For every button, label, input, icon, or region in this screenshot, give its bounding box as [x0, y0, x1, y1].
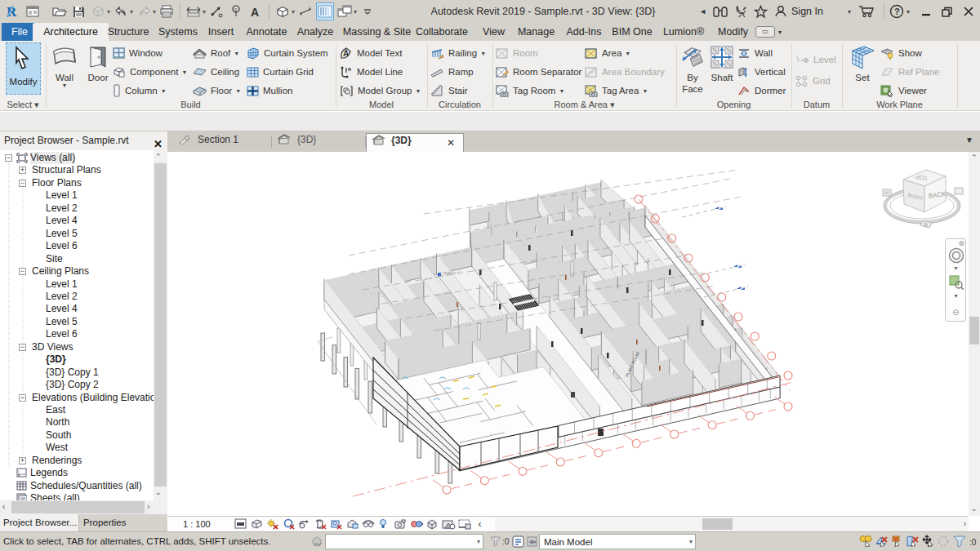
- svg-text:?: ?: [894, 7, 900, 16]
- svg-text:W: W: [884, 190, 889, 195]
- svg-text:A: A: [343, 49, 349, 58]
- svg-text:TOP: TOP: [915, 173, 928, 181]
- svg-text:1: 1: [796, 55, 799, 60]
